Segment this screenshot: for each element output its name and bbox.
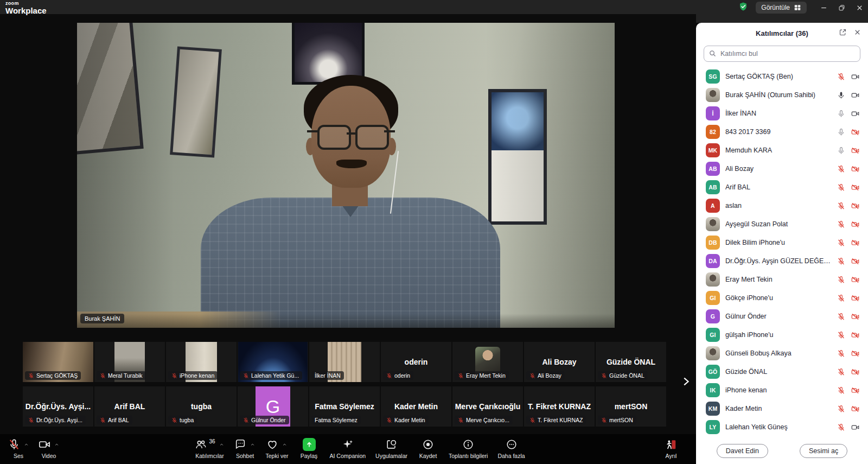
tile-display-name: oderin <box>405 358 428 366</box>
video-tile[interactable]: oderinoderin <box>381 342 451 382</box>
toolbar-leave[interactable]: Ayrıl <box>660 438 682 459</box>
ai-companion-icon <box>342 438 354 450</box>
tile-name-label: Eray Mert Tekin <box>455 371 509 380</box>
unmute-button[interactable]: Sesimi aç <box>800 444 847 458</box>
video-tile[interactable]: mertSONmertSON <box>596 386 666 427</box>
participant-row[interactable]: Günseli Bobuş Alkaya <box>696 344 868 363</box>
mic-muted-icon <box>837 257 845 265</box>
tile-name-label: Arif BAL <box>97 416 132 424</box>
record-label: Kaydet <box>419 453 437 459</box>
tile-display-name: T. Fikret KURNAZ <box>528 402 591 411</box>
participant-row[interactable]: ABAli Bozay <box>696 160 868 178</box>
participant-row[interactable]: Burak ŞAHİN (Oturum Sahibi) <box>696 86 868 104</box>
tile-display-name: Kader Metin <box>394 402 438 411</box>
toolbar-participants[interactable]: 36Katılımcılar <box>195 438 224 459</box>
video-tile[interactable]: Kader MetinKader Metin <box>381 386 451 427</box>
toolbar-video[interactable]: Video <box>38 438 60 459</box>
video-tile[interactable]: Eray Mert Tekin <box>452 342 523 382</box>
participant-row[interactable]: GÖGüzide ÖNAL <box>696 363 868 381</box>
mic-muted-icon <box>837 239 845 247</box>
participant-row[interactable]: 82843 2017 3369 <box>696 123 868 141</box>
titlebar <box>0 0 868 14</box>
close-icon[interactable] <box>856 4 864 12</box>
participant-row[interactable]: GIgülşah iPhone'u <box>696 326 868 344</box>
participant-avatar: LY <box>706 420 720 434</box>
mic-muted-icon <box>171 417 177 423</box>
video-tile[interactable]: Dr.Öğr.Üys. Ayşi...Dr.Öğr.Üys. Ayşi... <box>23 386 93 427</box>
video-tile[interactable]: tugbatugba <box>166 386 237 427</box>
toolbar-apps[interactable]: Uygulamalar <box>375 438 407 459</box>
participant-avatar: KM <box>706 402 720 416</box>
video-tile[interactable]: İlker İNAN <box>309 342 380 382</box>
toolbar-audio[interactable]: Ses <box>8 438 29 459</box>
participant-row[interactable]: DBDilek Bilim iPhone'u <box>696 233 868 252</box>
main-video-tile[interactable]: Burak ŞAHİN <box>77 23 615 328</box>
participant-row[interactable]: Ayşegül Suzan Polat <box>696 215 868 233</box>
participant-row[interactable]: İİlker İNAN <box>696 104 868 123</box>
reactions-chevron-up-icon[interactable] <box>282 442 288 448</box>
participant-row[interactable]: ABArif BAL <box>696 178 868 196</box>
video-tile[interactable]: Meral Turabik <box>94 342 165 382</box>
mic-muted-icon <box>100 417 106 423</box>
participant-row[interactable]: MKMemduh KARA <box>696 141 868 160</box>
toolbar-ai-companion[interactable]: AI Companion <box>330 438 366 459</box>
toolbar-meeting-info[interactable]: Toplantı bilgileri <box>449 438 488 459</box>
video-tile[interactable]: iPhone kenan <box>166 342 237 382</box>
camera-off-icon <box>851 257 859 265</box>
participant-row[interactable]: LYLalehan Yetik Güneş <box>696 418 868 436</box>
participant-row[interactable]: KMKader Metin <box>696 399 868 418</box>
restore-icon[interactable] <box>838 4 846 12</box>
camera-on-icon <box>851 423 859 431</box>
participant-row[interactable]: GIGökçe iPhone'u <box>696 289 868 307</box>
camera-off-icon <box>851 331 859 339</box>
participant-avatar <box>706 217 720 231</box>
toolbar-more[interactable]: Daha fazla <box>497 438 525 459</box>
mic-icon <box>837 128 845 136</box>
invite-button[interactable]: Davet Edin <box>717 444 768 458</box>
participant-row[interactable]: SGSertaç GÖKTAŞ (Ben) <box>696 67 868 86</box>
video-tile[interactable]: T. Fikret KURNAZT. Fikret KURNAZ <box>524 386 595 427</box>
chat-chevron-up-icon[interactable] <box>250 442 256 448</box>
mic-icon <box>837 110 845 118</box>
participant-name: Sertaç GÖKTAŞ (Ben) <box>725 73 832 80</box>
video-chevron-up-icon[interactable] <box>54 442 60 448</box>
participant-name: iPhone kenan <box>725 386 832 394</box>
participant-search-input[interactable] <box>704 46 860 62</box>
camera-off-icon <box>851 313 859 321</box>
participant-row[interactable]: Aaslan <box>696 196 868 215</box>
popout-panel-icon[interactable] <box>839 28 847 36</box>
video-tile[interactable]: GGülnur Önder <box>238 386 308 427</box>
next-page-chevron-icon[interactable] <box>678 374 693 390</box>
video-tile[interactable]: Ali BozayAli Bozay <box>524 342 595 382</box>
video-tile[interactable]: Sertaç GÖKTAŞ <box>23 342 93 382</box>
mic-muted-icon <box>837 368 845 376</box>
participant-avatar: AB <box>706 162 720 176</box>
participant-row[interactable]: Eray Mert Tekin <box>696 270 868 289</box>
video-tile[interactable]: Merve ÇarıkcıoğluMerve Çarıkcıo... <box>452 386 523 427</box>
mic-muted-icon <box>458 417 464 423</box>
participant-avatar <box>706 346 720 360</box>
toolbar-chat[interactable]: Sohbet <box>234 438 256 459</box>
toolbar-share[interactable]: Paylaş <box>298 438 320 459</box>
camera-off-icon <box>851 276 859 284</box>
close-panel-icon[interactable] <box>853 28 861 36</box>
mic-muted-icon <box>837 73 845 81</box>
participant-name: 843 2017 3369 <box>725 128 832 136</box>
video-icon <box>39 438 50 450</box>
participants-chevron-up-icon[interactable] <box>219 442 225 448</box>
participant-row[interactable]: DADr.Öğr.Üys. Ayşin GÜZEL DEĞER-M... <box>696 252 868 270</box>
participant-row[interactable]: GGülnur Önder <box>696 307 868 326</box>
participant-row[interactable]: IKiPhone kenan <box>696 381 868 399</box>
minimize-icon[interactable] <box>820 4 828 12</box>
video-tile[interactable]: Güzide ÖNALGüzide ÖNAL <box>596 342 666 382</box>
video-tile[interactable]: Arif BALArif BAL <box>94 386 165 427</box>
audio-chevron-up-icon[interactable] <box>23 442 29 448</box>
participant-avatar: 82 <box>706 125 720 139</box>
video-tile[interactable]: Fatma SöylemezFatma Söylemez <box>309 386 380 427</box>
view-button[interactable]: Görüntüle <box>756 2 807 14</box>
mic-muted-icon <box>837 405 845 413</box>
toolbar-record[interactable]: Kaydet <box>417 438 439 459</box>
video-tile[interactable]: Lalehan Yetik Gü... <box>238 342 308 382</box>
toolbar-reactions[interactable]: Tepki ver <box>266 438 289 459</box>
chat-label: Sohbet <box>236 453 254 459</box>
